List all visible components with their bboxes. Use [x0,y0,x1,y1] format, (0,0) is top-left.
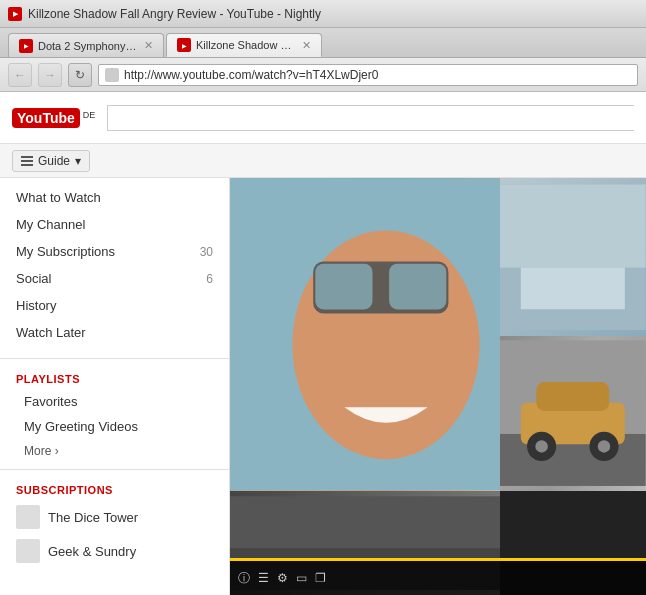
sidebar-label-my-greeting-videos: My Greeting Videos [24,419,138,434]
theater-icon[interactable]: ▭ [296,571,307,585]
sidebar-item-favorites[interactable]: Favorites [0,389,229,414]
list-icon[interactable]: ☰ [258,571,269,585]
video-thumb-br [500,336,646,490]
yt-logo-de: DE [83,110,96,120]
svg-rect-7 [521,268,625,310]
fullscreen-icon[interactable]: ❐ [315,571,326,585]
sidebar-subscriptions-title: SUBSCRIPTIONS [0,476,229,500]
sidebar-playlists-more[interactable]: More › [0,439,229,463]
browser-app-icon [8,7,22,21]
hamburger-icon [21,156,33,166]
tab-1-close[interactable]: ✕ [144,39,153,52]
tab-2-close[interactable]: ✕ [302,39,311,52]
sidebar-item-my-subscriptions[interactable]: My Subscriptions 30 [0,238,229,265]
settings-icon[interactable]: ⚙ [277,571,288,585]
thumb-br-svg [500,336,646,490]
sidebar-item-what-to-watch[interactable]: What to Watch [0,184,229,211]
yt-header: You Tube DE [0,92,646,144]
yt-toolbar: Guide ▾ [0,144,646,178]
video-main [230,178,500,491]
video-main-svg [230,178,500,491]
video-thumb-tr [500,178,646,336]
video-controls[interactable]: ⓘ ☰ ⚙ ▭ ❐ [230,561,646,595]
youtube-page: You Tube DE Guide ▾ What to Watch My Ch [0,92,646,595]
sidebar-divider-2 [0,469,229,470]
tab-bar: Dota 2 Symphony of ... ✕ Killzone Shadow… [0,28,646,58]
sidebar-label-geek-sundry: Geek & Sundry [48,544,136,559]
sidebar-divider-1 [0,358,229,359]
sidebar-label-dice-tower: The Dice Tower [48,510,138,525]
sidebar-item-my-greeting-videos[interactable]: My Greeting Videos [0,414,229,439]
guide-label: Guide [38,154,70,168]
reload-button[interactable]: ↻ [68,63,92,87]
dice-tower-thumb [16,505,40,529]
tab-dota2[interactable]: Dota 2 Symphony of ... ✕ [8,33,164,57]
sidebar-label-social: Social [16,271,51,286]
address-text: http://www.youtube.com/watch?v=hT4XLwDje… [124,68,378,82]
geek-sundry-thumb [16,539,40,563]
sidebar-label-favorites: Favorites [24,394,77,409]
sidebar-count-my-subscriptions: 30 [200,245,213,259]
address-favicon [105,68,119,82]
yt-logo-tube: Tube [42,110,74,126]
browser-titlebar: Killzone Shadow Fall Angry Review - YouT… [0,0,646,28]
svg-rect-6 [500,184,646,267]
svg-rect-3 [315,264,372,310]
svg-point-14 [536,441,548,453]
guide-arrow: ▾ [75,154,81,168]
sidebar-item-social[interactable]: Social 6 [0,265,229,292]
yt-sidebar: What to Watch My Channel My Subscription… [0,178,230,595]
sidebar-item-my-channel[interactable]: My Channel [0,211,229,238]
sidebar-count-social: 6 [206,272,213,286]
tab-2-favicon [177,38,191,52]
tab-1-favicon [19,39,33,53]
browser-title: Killzone Shadow Fall Angry Review - YouT… [28,7,321,21]
tab-2-label: Killzone Shadow Fa... [196,39,296,51]
tab-killzone[interactable]: Killzone Shadow Fa... ✕ [166,33,322,57]
svg-rect-11 [537,382,610,411]
sidebar-item-history[interactable]: History [0,292,229,319]
nav-bar: ← → ↻ http://www.youtube.com/watch?v=hT4… [0,58,646,92]
sidebar-playlists-title: PLAYLISTS [0,365,229,389]
yt-logo[interactable]: You Tube DE [12,108,95,128]
sidebar-label-watch-later: Watch Later [16,325,86,340]
svg-rect-4 [389,264,446,310]
yt-logo-you: You [17,110,42,126]
svg-point-15 [598,441,610,453]
sidebar-item-watch-later[interactable]: Watch Later [0,319,229,346]
address-bar[interactable]: http://www.youtube.com/watch?v=hT4XLwDje… [98,64,638,86]
forward-button[interactable]: → [38,63,62,87]
info-icon[interactable]: ⓘ [238,570,250,587]
yt-logo-box: You Tube [12,108,80,128]
search-input[interactable] [107,105,634,131]
back-button[interactable]: ← [8,63,32,87]
thumb-tr-svg [500,178,646,336]
yt-main: What to Watch My Channel My Subscription… [0,178,646,595]
tab-1-label: Dota 2 Symphony of ... [38,40,138,52]
sidebar-label-my-subscriptions: My Subscriptions [16,244,115,259]
yt-video-area[interactable]: ⓘ ☰ ⚙ ▭ ❐ [230,178,646,595]
sidebar-label-my-channel: My Channel [16,217,85,232]
sidebar-label-history: History [16,298,56,313]
sidebar-item-geek-sundry[interactable]: Geek & Sundry [0,534,229,568]
sidebar-nav-section: What to Watch My Channel My Subscription… [0,178,229,352]
sidebar-label-what-to-watch: What to Watch [16,190,101,205]
guide-button[interactable]: Guide ▾ [12,150,90,172]
video-frame: ⓘ ☰ ⚙ ▭ ❐ [230,178,646,595]
sidebar-item-dice-tower[interactable]: The Dice Tower [0,500,229,534]
